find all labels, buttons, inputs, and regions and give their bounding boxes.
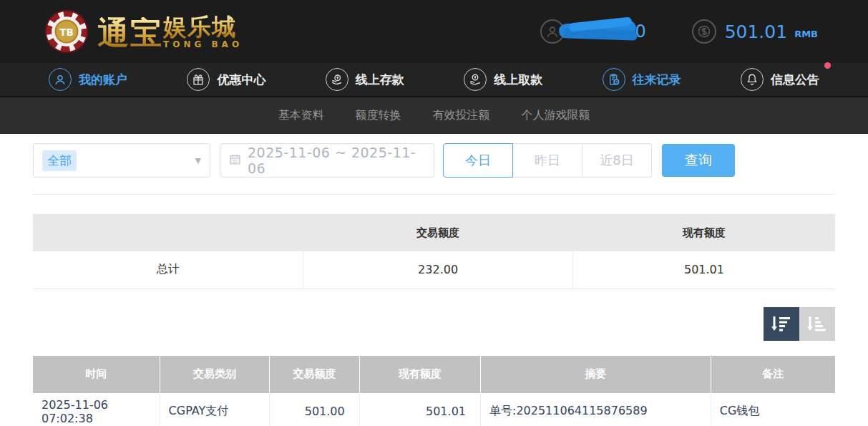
notification-dot (824, 62, 831, 69)
brand-en: TONG BAO (163, 40, 243, 49)
nav-label: 优惠中心 (217, 72, 265, 88)
nav-label: 我的账户 (79, 72, 127, 88)
dollar-icon (692, 19, 716, 44)
record-trade-amount: 501.00 (270, 393, 360, 426)
nav-label: 信息公告 (771, 72, 819, 88)
user-icon (49, 68, 72, 91)
brand-text: 通宝 娱乐城 TONG BAO (97, 15, 243, 49)
filter-divider (33, 194, 835, 195)
nav-label: 线上取款 (494, 72, 542, 88)
deposit-icon (326, 68, 348, 91)
username-display[interactable]: 0 (540, 16, 645, 47)
transaction-type-select[interactable]: 全部 ▼ (33, 143, 210, 178)
nav-item-my-account[interactable]: 我的账户 (49, 68, 127, 91)
quick-range-last8days-button[interactable]: 近8日 (582, 143, 652, 178)
sort-descending-icon (771, 314, 791, 333)
subnav-item-valid-bets[interactable]: 有效投注额 (433, 108, 490, 123)
filter-row: 全部 ▼ 2025-11-06 ~ 2025-11-06 今日 昨日 近8日 查… (33, 143, 835, 178)
nav-item-transaction-records[interactable]: 往来记录 (603, 68, 681, 91)
subnav-item-basic-info[interactable]: 基本资料 (278, 108, 324, 123)
summary-header-row: 交易额度 现有额度 (33, 214, 835, 251)
record-balance: 501.01 (359, 393, 480, 426)
records-header-trade-amount: 交易额度 (270, 356, 360, 393)
table-row: 2025-11-06 07:02:38 CGPAY支付 501.00 501.0… (33, 393, 835, 426)
summary-total-label: 总计 (33, 251, 303, 289)
records-page: 全部 ▼ 2025-11-06 ~ 2025-11-06 今日 昨日 近8日 查… (0, 134, 868, 426)
summary-header-trade-amount: 交易额度 (303, 214, 573, 251)
sort-ascending-icon (807, 314, 827, 333)
subnav-item-credit-transfer[interactable]: 额度转换 (356, 108, 401, 123)
records-icon (603, 68, 625, 91)
subnav-item-personal-game-limit[interactable]: 个人游戏限额 (522, 108, 590, 123)
date-range-value: 2025-11-06 ~ 2025-11-06 (248, 145, 425, 176)
sort-ascending-button[interactable] (799, 307, 835, 341)
date-range-input[interactable]: 2025-11-06 ~ 2025-11-06 (220, 143, 434, 178)
records-table: 时间 交易类别 交易额度 现有额度 摘要 备注 2025-11-06 07:02… (33, 356, 835, 426)
records-header-note: 备注 (711, 356, 835, 393)
nav-item-withdraw[interactable]: 线上取款 (464, 68, 542, 91)
sort-descending-button[interactable] (764, 307, 799, 341)
account-subnav: 基本资料 额度转换 有效投注额 个人游戏限额 (0, 97, 868, 134)
brand-cn-big: 通宝 (97, 17, 163, 49)
summary-table: 交易额度 现有额度 总计 232.00 501.01 (33, 214, 835, 289)
gift-icon (187, 68, 210, 91)
quick-range-yesterday-button[interactable]: 昨日 (512, 143, 582, 178)
sort-controls (33, 307, 835, 341)
quick-range-today-button[interactable]: 今日 (443, 143, 513, 178)
records-header-row: 时间 交易类别 交易额度 现有额度 摘要 备注 (33, 356, 835, 393)
nav-label: 往来记录 (633, 72, 681, 88)
brand-cn-small: 娱乐城 (163, 15, 236, 39)
balance-display[interactable]: 501.01 RMB (692, 19, 818, 44)
nav-item-promotions[interactable]: 优惠中心 (187, 68, 265, 91)
records-header-balance: 现有额度 (359, 356, 480, 393)
records-header-type: 交易类别 (160, 356, 270, 393)
quick-range-segmented-control: 今日 昨日 近8日 (443, 143, 652, 178)
record-time: 2025-11-06 07:02:38 (33, 393, 160, 426)
summary-total-balance: 501.01 (572, 251, 835, 289)
record-type: CGPAY支付 (160, 393, 270, 426)
chevron-down-icon: ▼ (195, 156, 201, 165)
nav-item-deposit[interactable]: 线上存款 (326, 68, 404, 91)
summary-header-empty (33, 214, 303, 251)
calendar-icon (229, 153, 241, 168)
bell-icon (741, 68, 764, 91)
summary-header-balance: 现有额度 (572, 214, 835, 251)
query-button[interactable]: 查询 (662, 144, 735, 177)
record-summary: 单号:202511064115876589 (480, 393, 711, 426)
summary-total-row: 总计 232.00 501.01 (33, 251, 835, 289)
poker-chip-icon: TB (44, 9, 89, 54)
record-note: CG钱包 (711, 393, 835, 426)
main-nav: 我的账户 优惠中心 线上存款 线上取款 (0, 63, 868, 97)
selected-type-value: 全部 (42, 150, 77, 171)
svg-text:TB: TB (59, 26, 74, 38)
balance-currency: RMB (794, 24, 818, 39)
withdraw-icon (464, 68, 487, 91)
records-header-summary: 摘要 (480, 356, 711, 393)
brand-logo[interactable]: TB 通宝 娱乐城 TONG BAO (44, 9, 243, 54)
username-redaction-scribble (559, 21, 639, 42)
nav-label: 线上存款 (356, 72, 404, 88)
records-header-time: 时间 (33, 356, 160, 393)
nav-item-announcements[interactable]: 信息公告 (741, 68, 819, 91)
topbar: TB 通宝 娱乐城 TONG BAO 0 (0, 0, 868, 63)
balance-amount: 501.01 (725, 21, 787, 42)
summary-total-trade-amount: 232.00 (303, 251, 573, 289)
